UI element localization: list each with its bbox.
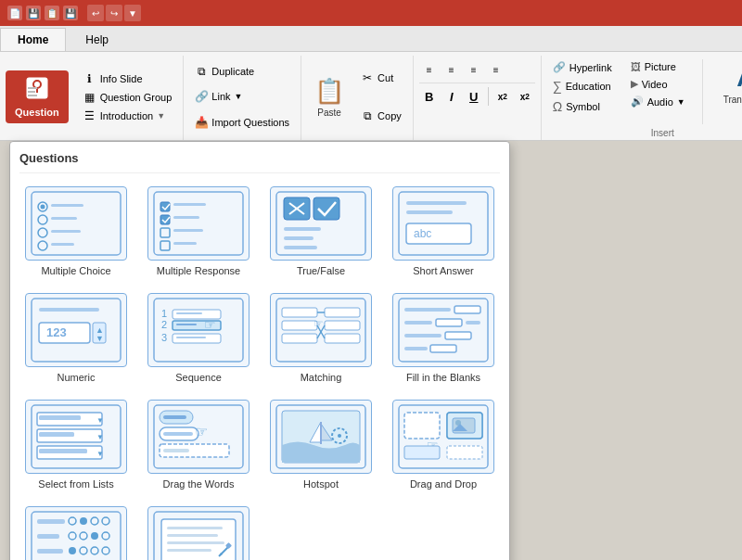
subscript-button[interactable]: x2 [493,86,513,107]
link-button[interactable]: 🔗 Link ▼ [189,88,295,105]
list-btn-2[interactable]: ≡ [441,59,462,80]
svg-rect-75 [404,347,428,350]
svg-rect-9 [51,204,83,207]
likert-card[interactable]: Likert Scale [19,503,133,560]
svg-rect-94 [163,449,189,452]
svg-rect-135 [167,527,223,529]
hyperlink-button[interactable]: 🔗 Hyperlink [547,59,618,75]
svg-point-124 [69,547,76,554]
svg-text:▼: ▼ [96,450,104,458]
list-btn-4[interactable]: ≡ [486,59,506,80]
drag-words-card[interactable]: ☞ Drag the Words [142,396,255,493]
translation-button[interactable]: A文 Translation ▼ [714,59,742,120]
list-buttons-row: ≡ ≡ ≡ ≡ [419,59,535,80]
numeric-label: Numeric [58,372,96,383]
question-button[interactable]: Question [6,70,69,123]
svg-rect-22 [173,229,203,232]
translation-icon: A文 [736,63,742,93]
symbol-button[interactable]: Ω Symbol [547,97,618,116]
svg-rect-4 [28,91,35,93]
select-lists-card[interactable]: ▼ ▼ ▼ Select from Lists [19,396,133,493]
paste-button[interactable]: 📋 Paste [307,59,352,134]
app-icon: 📄 [7,6,22,20]
video-button[interactable]: ▶ Video [625,76,691,92]
select-lists-label: Select from Lists [38,478,113,490]
matching-card[interactable]: ☞ Matching [264,289,377,387]
info-icon: ℹ [83,72,96,85]
short-answer-card[interactable]: abc Short Answer [387,183,500,280]
svg-rect-18 [173,203,206,206]
question-group: Question ℹ Info Slide ▦ Question Group ☰… [0,56,184,140]
audio-button[interactable]: 🔊 Audio ▼ [625,94,691,109]
drag-drop-card[interactable]: ☞ Drag and Drop [387,396,500,493]
main-content: Questions [0,141,742,560]
duplicate-button[interactable]: ⧉ Duplicate [189,63,295,80]
drag-words-preview: ☞ [147,400,249,474]
svg-rect-31 [284,236,313,240]
svg-rect-3 [28,87,37,89]
drag-words-label: Drag the Words [163,478,235,490]
svg-rect-137 [167,541,224,544]
true-false-card[interactable]: True/False [264,183,377,280]
sequence-card[interactable]: 1 2 3 ☞ Sequence [142,289,255,387]
insert-group-label: Insert [542,128,742,140]
introduction-button[interactable]: ☰ Introduction ▼ [78,108,178,124]
panel-title: Questions [19,151,500,173]
cut-button[interactable]: ✂ Cut [355,70,407,86]
svg-rect-91 [163,432,193,436]
svg-text:123: 123 [46,325,67,339]
hotspot-card[interactable]: Hotspot [264,396,377,493]
svg-text:3: 3 [161,332,167,343]
intro-arrow: ▼ [157,111,165,121]
select-lists-preview: ▼ ▼ ▼ [25,400,127,474]
hyperlink-icon: 🔗 [553,61,566,73]
svg-rect-79 [39,415,81,420]
svg-text:☞: ☞ [195,424,208,439]
link-group: ⧉ Duplicate 🔗 Link ▼ 📥 Import Questions [184,56,301,140]
undo-button[interactable]: ↩ [87,5,104,21]
italic-button[interactable]: I [441,86,462,107]
multiple-response-card[interactable]: Multiple Response [142,183,255,280]
symbol-icon: Ω [553,99,562,114]
superscript-button[interactable]: x2 [515,86,535,107]
multiple-choice-label: Multiple Choice [41,265,110,276]
question-group-button[interactable]: ▦ Question Group [78,89,178,106]
insert-col-1: 🔗 Hyperlink ∑ Education Ω Symbol [547,59,618,116]
title-bar: 📄 💾 📋 💾 ↩ ↪ ▼ [0,0,742,26]
multiple-choice-card[interactable]: Multiple Choice [19,183,133,280]
fill-blanks-card[interactable]: Fill in the Blanks [387,289,500,387]
svg-rect-72 [466,321,480,325]
svg-rect-69 [454,306,480,313]
redo-button[interactable]: ↪ [106,5,122,21]
list-btn-1[interactable]: ≡ [419,59,440,80]
more-button[interactable]: ▼ [124,5,141,21]
questions-grid: Multiple Choice [19,183,500,560]
tab-help[interactable]: Help [68,28,126,51]
bold-button[interactable]: B [419,86,440,107]
svg-point-8 [41,205,45,210]
list-btn-3[interactable]: ≡ [464,59,484,80]
new-icon[interactable]: 📋 [45,6,59,20]
info-slide-button[interactable]: ℹ Info Slide [78,70,178,87]
hotspot-preview [270,400,372,474]
picture-button[interactable]: 🖼 Picture [625,59,691,74]
copy-button[interactable]: ⧉ Copy [355,108,407,124]
cut-icon: ✂ [361,71,374,84]
svg-rect-13 [51,230,81,233]
save2-icon[interactable]: 💾 [63,6,78,20]
svg-rect-59 [282,334,317,343]
multiple-response-label: Multiple Response [157,265,241,276]
clipboard-group: 📋 Paste ✂ Cut ⧉ Copy [301,56,414,140]
underline-button[interactable]: U [464,86,484,107]
svg-rect-58 [282,321,317,330]
save-icon[interactable]: 💾 [26,6,41,20]
question-label: Question [15,107,59,118]
numeric-card[interactable]: 123 ▲ ▼ Numeric [19,289,133,387]
svg-text:abc: abc [414,227,431,240]
education-button[interactable]: ∑ Education [547,77,618,95]
tab-home[interactable]: Home [0,28,66,51]
format-group-label [414,138,541,140]
essay-card[interactable]: Essay [142,503,255,560]
import-questions-button[interactable]: 📥 Import Questions [189,114,295,131]
video-icon: ▶ [631,78,638,90]
